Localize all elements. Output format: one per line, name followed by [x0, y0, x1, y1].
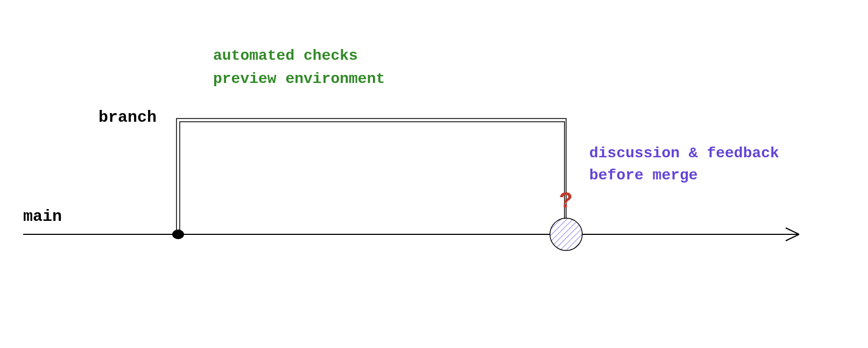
merge-commit [550, 218, 582, 250]
branch-path-inner [180, 122, 564, 234]
question-mark: ? [559, 189, 573, 214]
automated-line1: automated checks [213, 44, 385, 67]
discussion-line2: before merge [589, 165, 779, 187]
branch-path [177, 119, 566, 234]
branch-label: branch [98, 108, 157, 127]
branch-start-commit [172, 229, 184, 239]
main-label: main [23, 207, 62, 226]
arrowhead-icon [786, 228, 799, 241]
automated-line2: preview environment [213, 67, 385, 91]
automated-checks-label: automated checks preview environment [213, 44, 385, 91]
discussion-line1: discussion & feedback [589, 143, 779, 165]
discussion-feedback-label: discussion & feedback before merge [589, 143, 779, 186]
